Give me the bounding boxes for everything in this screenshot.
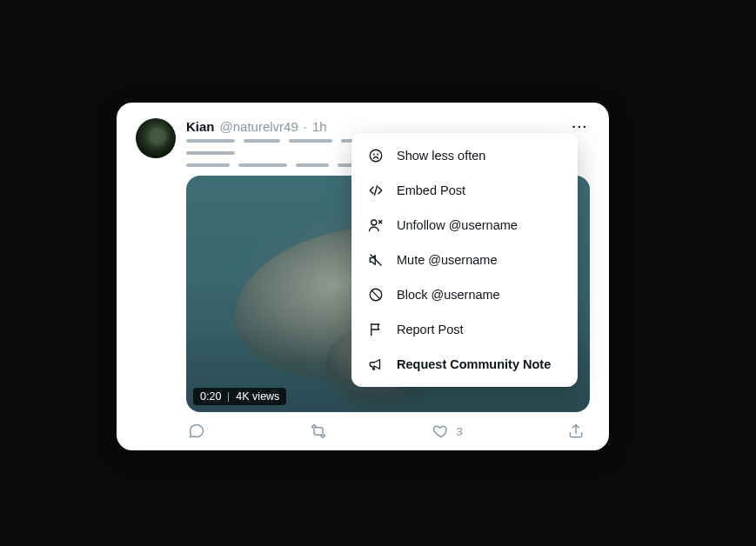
- megaphone-icon: [367, 356, 385, 373]
- menu-report[interactable]: Report Post: [351, 312, 578, 347]
- time-separator: ·: [304, 118, 307, 136]
- menu-mute[interactable]: Mute @username: [351, 243, 578, 277]
- menu-label: Report Post: [397, 323, 464, 336]
- menu-label: Request Community Note: [397, 357, 551, 371]
- reply-button[interactable]: [188, 423, 205, 440]
- svg-point-0: [370, 150, 382, 162]
- avatar[interactable]: [136, 118, 176, 158]
- block-icon: [367, 286, 385, 303]
- menu-label: Block @username: [397, 288, 500, 302]
- repost-icon: [310, 423, 327, 440]
- menu-unfollow[interactable]: Unfollow @username: [351, 208, 578, 243]
- svg-point-3: [371, 220, 377, 225]
- more-menu-button[interactable]: ···: [570, 118, 590, 136]
- repost-button[interactable]: [310, 423, 327, 440]
- svg-point-2: [378, 154, 378, 155]
- menu-embed[interactable]: Embed Post: [351, 173, 578, 208]
- video-meta: 0:20 4K views: [193, 388, 286, 405]
- mute-icon: [367, 251, 385, 269]
- share-icon: [567, 423, 585, 440]
- like-count: 3: [457, 425, 463, 438]
- svg-point-1: [373, 154, 374, 155]
- like-button[interactable]: 3: [432, 423, 463, 440]
- user-remove-icon: [367, 216, 385, 234]
- username[interactable]: @naturelvr49: [220, 118, 298, 136]
- video-views: 4K views: [236, 390, 279, 403]
- post-time[interactable]: 1h: [312, 118, 327, 136]
- menu-label: Unfollow @username: [397, 218, 518, 232]
- post-actions: 3: [186, 423, 590, 440]
- reply-icon: [188, 423, 205, 440]
- menu-label: Embed Post: [397, 183, 465, 197]
- menu-block[interactable]: Block @username: [351, 277, 578, 312]
- flag-icon: [367, 321, 385, 338]
- heart-icon: [432, 423, 450, 440]
- menu-request-note[interactable]: Request Community Note: [351, 347, 578, 382]
- menu-label: Show less often: [397, 149, 485, 163]
- menu-label: Mute @username: [397, 253, 497, 267]
- display-name[interactable]: Kian: [186, 118, 215, 136]
- more-menu: Show less often Embed Post Unfollow @use…: [351, 133, 578, 387]
- share-button[interactable]: [567, 423, 585, 440]
- code-icon: [367, 182, 385, 199]
- video-duration: 0:20: [200, 390, 221, 403]
- menu-show-less[interactable]: Show less often: [351, 138, 578, 173]
- frown-icon: [367, 147, 385, 164]
